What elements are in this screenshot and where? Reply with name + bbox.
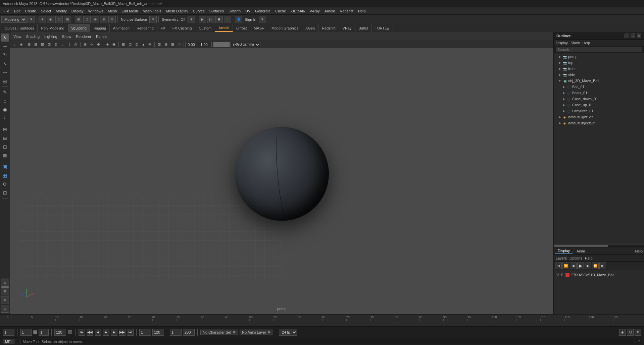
tab-fx-caching[interactable]: FX Caching (169, 24, 195, 32)
play-end-btn[interactable]: ⏭ (599, 263, 606, 269)
vp-icon-grid2[interactable]: ⊹ (89, 42, 95, 48)
vp-icon-manip4[interactable]: ● (140, 42, 146, 48)
menu-vray[interactable]: V-Ray (308, 8, 322, 14)
current-frame-field[interactable] (3, 329, 14, 336)
bc-play-end[interactable]: ⏭ (127, 329, 134, 336)
outliner-minimize[interactable]: − (625, 34, 629, 38)
bc-play-prev[interactable]: ◀◀ (87, 329, 93, 336)
menu-arnold[interactable]: Arnold (323, 8, 337, 14)
tree-caseup01-expand[interactable]: ▶ (562, 103, 566, 107)
bc-play-prev-frame[interactable]: ◀ (95, 329, 101, 336)
outliner-btn[interactable]: ≡ (1, 296, 9, 304)
bc-play[interactable]: ▶ (103, 329, 109, 336)
menu-uv[interactable]: UV (243, 8, 252, 14)
vp-icon-cam7[interactable]: ⌇ (66, 42, 72, 48)
vp-menu-panels[interactable]: Panels (95, 34, 109, 39)
play-prev-frame-btn[interactable]: ◀ (570, 263, 577, 269)
vp-icon-manip1[interactable]: ⊞ (120, 42, 126, 48)
soft-select[interactable]: ◎ (1, 77, 9, 85)
status-icon[interactable]: ✓ (636, 339, 641, 344)
bottom-key-btn[interactable]: ◈ (619, 329, 626, 336)
outliner-horizontal-scrollbar[interactable] (554, 244, 644, 247)
tree-side-expand[interactable]: ▶ (558, 73, 562, 77)
rotate-tool[interactable]: ↻ (1, 51, 9, 59)
tree-casedown01-expand[interactable]: ▶ (562, 97, 566, 101)
account-btn[interactable]: ▼ (259, 16, 266, 23)
tab-poly-modeling[interactable]: Poly Modeling (38, 24, 68, 32)
snap-point[interactable]: ⊡ (1, 143, 9, 151)
tree-basis01-expand[interactable]: ▶ (562, 91, 566, 95)
snap-face[interactable]: ⊠ (1, 152, 9, 160)
range-display[interactable] (39, 329, 49, 336)
tab-redshift[interactable]: Redshift (318, 24, 339, 32)
gamma-swatch[interactable] (213, 42, 230, 47)
toolbar-lasso[interactable]: ◈ (47, 16, 54, 23)
vp-icon-1[interactable]: ○ (11, 42, 17, 48)
tab-mash[interactable]: MASH (250, 24, 268, 32)
vp-icon-cam6[interactable]: ⌂ (59, 42, 65, 48)
show-hide-tool[interactable]: ◉ (1, 106, 9, 114)
vp-menu-shading[interactable]: Shading (25, 34, 41, 39)
play-next-frame-btn[interactable]: ▶ (585, 263, 591, 269)
menu-redshift[interactable]: Redshift (338, 8, 355, 14)
menu-help[interactable]: Help (356, 8, 368, 14)
symmetry-btn[interactable]: ▼ (188, 16, 195, 23)
select-tool[interactable]: ↖ (1, 34, 9, 42)
bottom-help[interactable]: Help (635, 249, 643, 253)
render-btn3[interactable]: ⏹ (215, 16, 223, 23)
play-next-btn[interactable]: ⏩ (592, 263, 599, 269)
toolbar-snap2[interactable]: ⊡ (83, 16, 91, 23)
tab-xgen[interactable]: XGen (302, 24, 318, 32)
menu-3dtoall[interactable]: -3DtoAll- (289, 8, 307, 14)
menu-cache[interactable]: Cache (273, 8, 288, 14)
bottom-tab-display[interactable]: Display (555, 248, 573, 254)
render-btn1[interactable]: ▶ (199, 16, 206, 23)
vp-icon-cam2[interactable]: ⊟ (33, 42, 39, 48)
move-tool[interactable]: ✛ (1, 42, 9, 50)
tree-persp[interactable]: ▶ 📷 persp (554, 54, 644, 60)
toolbar-paint[interactable]: ⬡ (55, 16, 63, 23)
toolbar-snap3[interactable]: ⊗ (92, 16, 99, 23)
tab-custom[interactable]: Custom (195, 24, 215, 32)
layer-item-1[interactable]: V P FBXASCo51D_Maze_Ball (555, 272, 643, 278)
tree-labyrinth01-expand[interactable]: ▶ (562, 109, 566, 113)
outliner-menu-show[interactable]: Show (571, 41, 580, 45)
tree-top[interactable]: ▶ 📷 top (554, 60, 644, 66)
tree-top-expand[interactable]: ▶ (558, 61, 562, 65)
tab-fx[interactable]: FX (157, 24, 169, 32)
render-btn4[interactable]: ⏸ (224, 16, 231, 23)
vp-icon-grid1[interactable]: ⊞ (82, 42, 88, 48)
vp-icon-snap1[interactable]: ◈ (104, 42, 110, 48)
h-scroll-thumb[interactable] (554, 245, 608, 247)
timeline-track[interactable]: 0510152025303540455055606570758085909510… (0, 314, 644, 326)
menu-file[interactable]: File (1, 8, 11, 14)
curve-tool[interactable]: ⌇ (1, 114, 9, 122)
fps-dropdown[interactable]: 24 fps (279, 329, 297, 336)
bc-play-next-frame[interactable]: ▶ (111, 329, 117, 336)
tab-curves-surfaces[interactable]: Curves / Surfaces (1, 24, 38, 32)
layer-v[interactable]: V (556, 273, 559, 277)
menu-curves[interactable]: Curves (191, 8, 207, 14)
toolbar-transform[interactable]: ⊞ (64, 16, 71, 23)
tree-persp-expand[interactable]: ▶ (558, 55, 562, 59)
vp-icon-render1[interactable]: ⊠ (156, 42, 162, 48)
attr-editor-btn[interactable]: ⊟ (1, 287, 9, 295)
tree-ball01-expand[interactable]: ▶ (562, 85, 566, 89)
tree-front-expand[interactable]: ▶ (558, 67, 562, 71)
tree-maze-ball-group[interactable]: ▼ ▣ obj_3D_Maze_Ball (554, 78, 644, 84)
vp-menu-view[interactable]: View (12, 34, 23, 39)
vp-icon-cam3[interactable]: ⊡ (39, 42, 45, 48)
vp-icon-cam5[interactable]: ⊗ (53, 42, 59, 48)
render-view[interactable]: ⊞ (1, 189, 9, 197)
vp-menu-renderer[interactable]: Renderer (75, 34, 93, 39)
no-character-set[interactable]: No Character Set ▼ (200, 330, 238, 335)
vp-icon-snap2[interactable]: ◉ (111, 42, 117, 48)
ipr-render[interactable]: ▦ (1, 171, 9, 179)
vp-icon-manip5[interactable]: ◎ (147, 42, 153, 48)
tab-rendering[interactable]: Rendering (133, 24, 157, 32)
toolbar-btn-1[interactable]: ▼ (28, 16, 35, 23)
tree-casedown01[interactable]: ▶ ⬡ Case_down_01 (554, 96, 644, 102)
tree-defaultobjectset[interactable]: ▶ ◈ defaultObjectSet (554, 120, 644, 126)
menu-edit[interactable]: Edit (12, 8, 22, 14)
bc-play-start[interactable]: ⏮ (79, 329, 85, 336)
